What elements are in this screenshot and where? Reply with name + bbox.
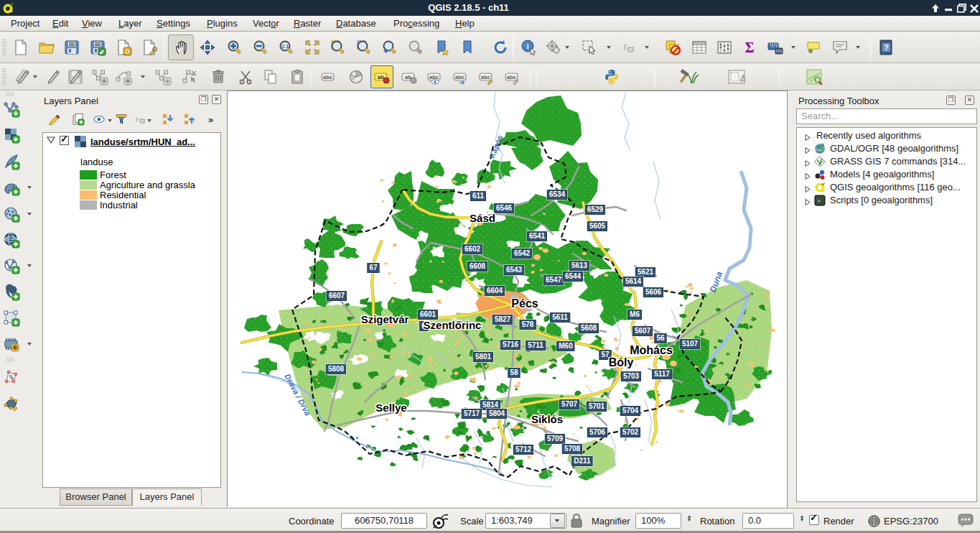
svg-text:?: ? [884, 43, 889, 52]
svg-text:ε: ε [136, 114, 139, 123]
svg-text:Σ: Σ [745, 40, 754, 55]
svg-text:GDAL: GDAL [815, 149, 823, 152]
svg-text:✱: ✱ [12, 344, 18, 351]
svg-text:✱: ✱ [125, 78, 131, 85]
svg-text:1:1: 1:1 [281, 44, 289, 49]
svg-text:abc: abc [455, 74, 465, 80]
svg-text:abc: abc [429, 74, 439, 80]
svg-text:i: i [526, 42, 528, 50]
svg-text:✱: ✱ [101, 78, 107, 85]
svg-text:>: > [817, 198, 821, 204]
svg-text:ε: ε [623, 41, 627, 52]
svg-text:abc: abc [481, 74, 490, 80]
svg-text:abc: abc [323, 74, 332, 80]
svg-text:abc: abc [507, 74, 516, 80]
